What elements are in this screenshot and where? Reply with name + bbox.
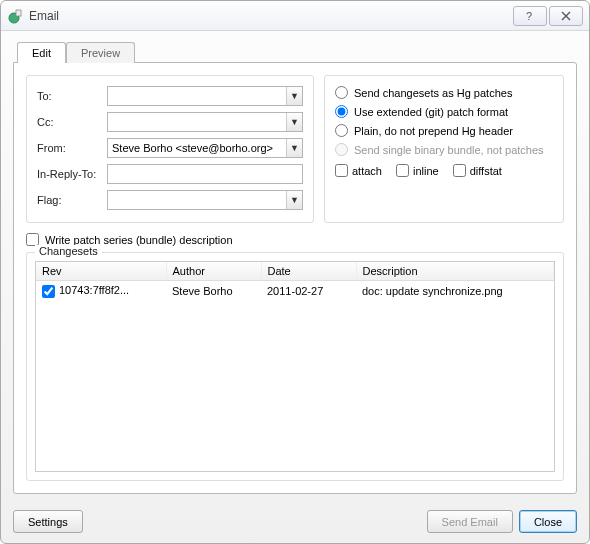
radio-hg-patches[interactable] (335, 86, 348, 99)
cell-description: doc: update synchronize.png (356, 281, 554, 301)
chevron-down-icon[interactable]: ▼ (286, 113, 302, 131)
check-inline-label: inline (413, 165, 439, 177)
tab-edit-label: Edit (32, 47, 51, 59)
check-diffstat[interactable] (453, 164, 466, 177)
email-fields-group: To: ▼ Cc: ▼ From: (26, 75, 314, 223)
radio-hg-label: Send changesets as Hg patches (354, 87, 512, 99)
inreplyto-input[interactable] (107, 164, 303, 184)
to-input[interactable]: ▼ (107, 86, 303, 106)
write-description-label: Write patch series (bundle) description (45, 234, 233, 246)
send-options-group: Send changesets as Hg patches Use extend… (324, 75, 564, 223)
to-input-text[interactable] (108, 87, 286, 105)
tab-preview[interactable]: Preview (66, 42, 135, 63)
flag-input-text[interactable] (108, 191, 286, 209)
radio-git-format[interactable] (335, 105, 348, 118)
window-title: Email (29, 9, 511, 23)
check-inline-wrap[interactable]: inline (396, 164, 439, 177)
cc-label: Cc: (37, 116, 107, 128)
check-attach[interactable] (335, 164, 348, 177)
check-inline[interactable] (396, 164, 409, 177)
changesets-table: Rev Author Date Description 10743:7ff8f2… (36, 262, 554, 301)
row-checkbox[interactable] (42, 285, 55, 298)
chevron-down-icon[interactable]: ▼ (286, 191, 302, 209)
changesets-group: Changesets Rev Author Date Description (26, 252, 564, 481)
radio-plain[interactable] (335, 124, 348, 137)
cc-input-text[interactable] (108, 113, 286, 131)
flag-input[interactable]: ▼ (107, 190, 303, 210)
check-diffstat-label: diffstat (470, 165, 502, 177)
settings-button-label: Settings (28, 516, 68, 528)
from-label: From: (37, 142, 107, 154)
radio-plain-label: Plain, do not prepend Hg header (354, 125, 513, 137)
tab-edit[interactable]: Edit (17, 42, 66, 63)
changesets-legend: Changesets (35, 245, 102, 257)
col-author[interactable]: Author (173, 265, 205, 277)
check-diffstat-wrap[interactable]: diffstat (453, 164, 502, 177)
close-button[interactable]: Close (519, 510, 577, 533)
cc-input[interactable]: ▼ (107, 112, 303, 132)
from-input[interactable]: ▼ (107, 138, 303, 158)
cell-rev: 10743:7ff8f2... (59, 284, 129, 296)
from-input-text[interactable] (108, 139, 286, 157)
table-row[interactable]: 10743:7ff8f2... Steve Borho 2011-02-27 d… (36, 281, 554, 301)
col-rev[interactable]: Rev (42, 265, 62, 277)
svg-text:?: ? (526, 10, 532, 22)
col-date[interactable]: Date (268, 265, 291, 277)
help-button[interactable]: ? (513, 6, 547, 26)
flag-label: Flag: (37, 194, 107, 206)
radio-bundle-label: Send single binary bundle, not patches (354, 144, 544, 156)
tab-preview-label: Preview (81, 47, 120, 59)
close-button-label: Close (534, 516, 562, 528)
send-email-label: Send Email (442, 516, 498, 528)
app-icon (7, 8, 23, 24)
check-attach-wrap[interactable]: attach (335, 164, 382, 177)
chevron-down-icon[interactable]: ▼ (286, 139, 302, 157)
close-window-button[interactable] (549, 6, 583, 26)
check-attach-label: attach (352, 165, 382, 177)
cell-author: Steve Borho (166, 281, 261, 301)
svg-rect-1 (16, 10, 21, 16)
cell-date: 2011-02-27 (261, 281, 356, 301)
chevron-down-icon[interactable]: ▼ (286, 87, 302, 105)
to-label: To: (37, 90, 107, 102)
col-description[interactable]: Description (363, 265, 418, 277)
settings-button[interactable]: Settings (13, 510, 83, 533)
inreplyto-label: In-Reply-To: (37, 168, 107, 180)
radio-bundle (335, 143, 348, 156)
radio-git-label: Use extended (git) patch format (354, 106, 508, 118)
send-email-button[interactable]: Send Email (427, 510, 513, 533)
